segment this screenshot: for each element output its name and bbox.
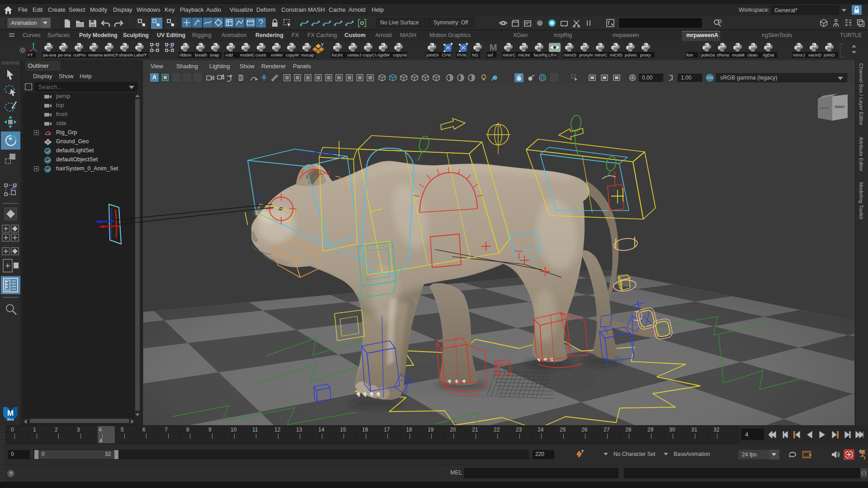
svg-text:AYA: AYA	[7, 418, 14, 422]
svg-text:RIGHT: RIGHT	[835, 105, 845, 108]
svg-text:M: M	[7, 409, 14, 418]
